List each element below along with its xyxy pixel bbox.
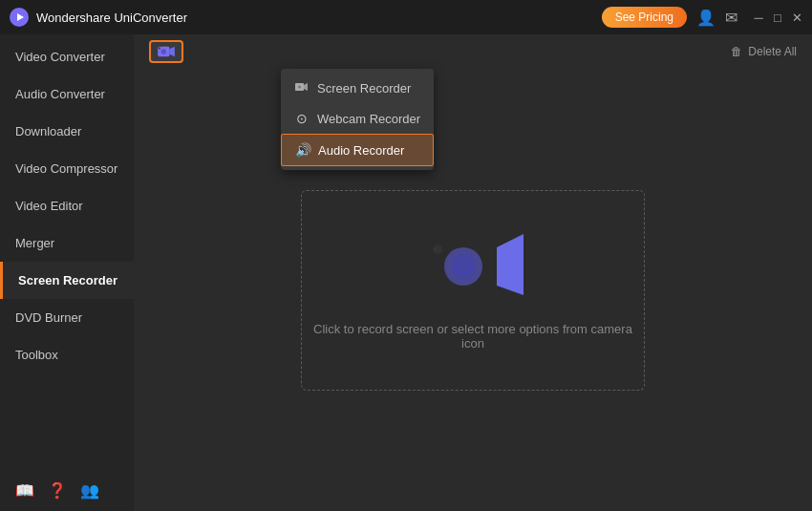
svg-point-4 [159, 47, 160, 49]
book-icon[interactable]: 📖 [15, 481, 34, 500]
people-icon[interactable]: 👥 [80, 481, 99, 500]
sidebar-item-dvd-burner[interactable]: DVD Burner [0, 299, 134, 336]
sidebar-item-merger[interactable]: Merger [0, 224, 134, 262]
sidebar-item-video-editor[interactable]: Video Editor [0, 187, 134, 224]
sidebar-item-video-converter[interactable]: Video Converter [0, 38, 134, 75]
record-hint: Click to record screen or select more op… [302, 322, 644, 351]
dropdown-screen-recorder[interactable]: Screen Recorder [281, 73, 434, 103]
user-icon[interactable]: 👤 [696, 9, 716, 27]
see-pricing-button[interactable]: See Pricing [602, 7, 687, 28]
camera-big-icon [420, 230, 525, 303]
camera-illustration [420, 230, 525, 303]
center-content[interactable]: Click to record screen or select more op… [134, 69, 812, 511]
webcam-icon: ⊙ [294, 111, 310, 126]
audio-icon: 🔊 [295, 142, 310, 158]
mail-icon[interactable]: ✉ [725, 9, 737, 27]
svg-marker-13 [497, 234, 524, 295]
window-controls: ─ □ ✕ [753, 11, 802, 23]
record-drop-area[interactable]: Click to record screen or select more op… [301, 190, 645, 391]
title-bar-left: Wondershare UniConverter [10, 8, 187, 27]
help-icon[interactable]: ❓ [48, 481, 67, 500]
trash-icon: 🗑 [731, 45, 742, 58]
dropdown-webcam-recorder[interactable]: ⊙ Webcam Recorder [281, 103, 434, 134]
title-bar: Wondershare UniConverter See Pricing 👤 ✉… [0, 0, 812, 34]
delete-all-button[interactable]: 🗑 Delete All [731, 45, 797, 58]
title-bar-right: See Pricing 👤 ✉ ─ □ ✕ [602, 7, 802, 28]
screen-recorder-icon [294, 80, 310, 96]
content-area: 🗑 Delete All Screen Recorder ⊙ Webcam Re… [134, 34, 812, 511]
maximize-button[interactable]: □ [772, 11, 783, 23]
camera-icon [157, 44, 176, 59]
svg-point-3 [161, 49, 166, 53]
app-logo-icon [10, 8, 29, 27]
sidebar-item-video-compressor[interactable]: Video Compressor [0, 150, 134, 187]
close-button[interactable]: ✕ [791, 11, 802, 23]
svg-point-12 [433, 245, 442, 254]
sidebar-item-downloader[interactable]: Downloader [0, 113, 134, 150]
svg-marker-8 [304, 83, 308, 91]
sidebar-item-toolbox[interactable]: Toolbox [0, 336, 134, 373]
header-left [149, 40, 183, 63]
sidebar-bottom: 📖 ❓ 👥 [0, 470, 134, 511]
sidebar-item-audio-converter[interactable]: Audio Converter [0, 75, 134, 113]
minimize-button[interactable]: ─ [753, 11, 764, 23]
svg-point-11 [451, 254, 476, 279]
content-header: 🗑 Delete All [134, 34, 812, 69]
main-layout: Video Converter Audio Converter Download… [0, 34, 812, 511]
sidebar-item-screen-recorder[interactable]: Screen Recorder [0, 262, 134, 299]
sidebar: Video Converter Audio Converter Download… [0, 34, 134, 511]
svg-marker-5 [170, 47, 175, 57]
app-title: Wondershare UniConverter [36, 11, 187, 25]
dropdown-menu: Screen Recorder ⊙ Webcam Recorder 🔊 Audi… [281, 69, 434, 170]
dropdown-audio-recorder[interactable]: 🔊 Audio Recorder [281, 134, 434, 166]
svg-point-7 [298, 86, 301, 89]
camera-menu-button[interactable] [149, 40, 183, 63]
